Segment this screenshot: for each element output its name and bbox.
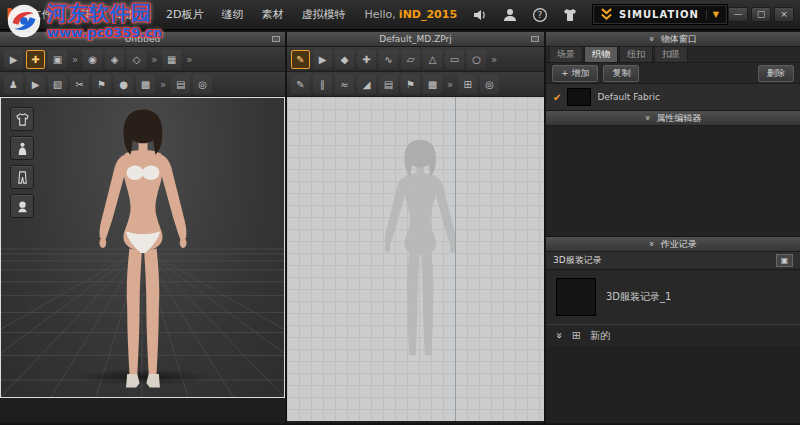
2d-pattern-canvas[interactable] [287, 97, 544, 421]
menu-sewing[interactable]: 缝纫 [212, 0, 252, 29]
show-garment-icon[interactable] [10, 107, 34, 131]
sound-icon[interactable] [471, 7, 488, 23]
maximize-button[interactable]: ▢ [751, 7, 771, 22]
edit-point-line-icon[interactable]: ◆ [335, 50, 354, 69]
internal-shape-icon[interactable]: ▱ [401, 50, 420, 69]
pattern-guideline [455, 97, 456, 421]
object-window-header[interactable]: » 物体窗口 [546, 32, 800, 47]
show-head-icon[interactable] [10, 194, 34, 218]
toolbar-overflow-icon-3[interactable]: » [184, 54, 194, 65]
record-panel-icon[interactable]: ▣ [776, 254, 793, 267]
toolbar-overflow-icon[interactable]: » [158, 79, 168, 90]
2d-panel: Default_MD.ZPrj ✎▶◆✚∿▱△▭○» ✎∥≈◢▤⚑▩»⊞◎ [287, 32, 544, 423]
undock-icon[interactable] [272, 36, 280, 42]
tack-icon[interactable]: ⚑ [401, 75, 420, 94]
menu-file[interactable]: 文件 [22, 0, 62, 29]
menu-edit[interactable]: 编辑 [62, 0, 102, 29]
job-record-footer: » ⊞ 新的 [546, 324, 800, 346]
copy-fabric-button[interactable]: 复制 [603, 65, 639, 82]
minimize-button[interactable]: — [728, 7, 748, 22]
arrangement-points-icon[interactable]: ◉ [83, 50, 102, 69]
menu-2d-pattern[interactable]: 2D板片 [157, 0, 212, 29]
edit-curvature-icon[interactable]: ∿ [379, 50, 398, 69]
snap-grid-icon[interactable]: ⊞ [458, 75, 477, 94]
circle-tool-icon[interactable]: ○ [467, 50, 486, 69]
menubar: M 文件编辑3D服装2D板片缝纫素材虚拟模特 Hello,iND_2015 ? … [0, 0, 800, 30]
tab-buttonhole[interactable]: 扣眼 [654, 46, 688, 62]
toolbar-overflow-icon[interactable]: » [70, 54, 80, 65]
checkerboard-icon[interactable]: ▩ [136, 75, 155, 94]
scissors-icon[interactable]: ✂ [70, 75, 89, 94]
show-2d-window-icon[interactable]: ▣ [48, 50, 67, 69]
show-avatar-icon[interactable] [10, 136, 34, 160]
user-account-icon[interactable] [501, 7, 518, 23]
3d-panel-titlebar: Untitled [0, 32, 285, 47]
add-fabric-button[interactable]: + 增加 [552, 65, 598, 82]
expand-records-icon[interactable]: » [553, 332, 566, 339]
fabric-list-item[interactable]: ✔ Default Fabric [546, 84, 800, 111]
grading-icon[interactable]: ▩ [423, 75, 442, 94]
2d-panel-filler [287, 421, 544, 423]
viewport-display-toggles [10, 107, 34, 218]
property-editor-body [546, 126, 800, 237]
help-icon[interactable]: ? [531, 7, 548, 23]
menu-avatar[interactable]: 虚拟模特 [292, 0, 354, 29]
camera-view-icon[interactable]: ◎ [193, 75, 212, 94]
iron-tool-icon[interactable]: ▤ [379, 75, 398, 94]
toolbar-overflow-icon[interactable]: » [445, 79, 455, 90]
free-sewing-icon[interactable]: ≈ [335, 75, 354, 94]
add-record-icon[interactable]: ⊞ [572, 329, 581, 342]
greeting-text: Hello,iND_2015 [364, 8, 457, 21]
edit-pattern-icon[interactable]: ▶ [313, 50, 332, 69]
property-editor-header[interactable]: » 属性编辑器 [546, 111, 800, 126]
3d-viewport[interactable] [0, 97, 285, 398]
3d-toolbar-row1: ▶✚▣»◉◈◇»▦» [0, 47, 285, 72]
segment-sewing-icon[interactable]: ∥ [313, 75, 332, 94]
fold-press-icon[interactable]: ◢ [357, 75, 376, 94]
store-shirt-icon[interactable] [561, 7, 578, 23]
gizmo-move-icon[interactable]: ✚ [26, 50, 45, 69]
new-record-label: 新的 [590, 329, 610, 343]
garment-record-item[interactable]: 3D服装记录_1 [546, 270, 800, 324]
tab-scene[interactable]: 场景 [549, 46, 583, 62]
menu-material[interactable]: 素材 [252, 0, 292, 29]
add-point-icon[interactable]: ✚ [357, 50, 376, 69]
toolbar-overflow-icon[interactable]: » [489, 54, 499, 65]
toolbar-overflow-icon-2[interactable]: » [149, 54, 159, 65]
transform-pattern-icon[interactable]: ✎ [291, 50, 310, 69]
edit-sewing-icon[interactable]: ✎ [291, 75, 310, 94]
simulation-button[interactable]: SIMULATION ▼ [592, 4, 728, 25]
texture-sphere-icon[interactable]: ● [114, 75, 133, 94]
pin-icon[interactable]: ◈ [105, 50, 124, 69]
fold-arrangement-icon[interactable]: ◇ [127, 50, 146, 69]
username: iND_2015 [399, 8, 457, 21]
main-area: Untitled ▶✚▣»◉◈◇»▦» ♟▶▧✂⚑●▩»▤◎ [0, 30, 800, 423]
select-mesh-icon[interactable]: ▶ [26, 75, 45, 94]
pin-flag-icon[interactable]: ⚑ [92, 75, 111, 94]
garment-record-label: 3D服装记录 [553, 254, 602, 267]
menu-3d-garment[interactable]: 3D服装 [102, 0, 157, 29]
check-icon: ✔ [553, 92, 561, 103]
tab-fabric[interactable]: 织物 [584, 46, 618, 62]
display-mode-icon[interactable]: ▤ [171, 75, 190, 94]
close-button[interactable]: × [774, 7, 794, 22]
undock-icon[interactable] [531, 36, 539, 42]
avatar-silhouette [365, 137, 475, 369]
tab-button[interactable]: 纽扣 [619, 46, 653, 62]
delete-fabric-button[interactable]: 删除 [758, 65, 794, 82]
fabric-name: Default Fabric [597, 92, 659, 102]
garment-record-bar: 3D服装记录 ▣ [546, 252, 800, 270]
collapse-icon: » [642, 115, 652, 121]
measure-tape-icon[interactable]: ▧ [48, 75, 67, 94]
svg-text:?: ? [537, 10, 542, 20]
avatar-pose-icon[interactable]: ♟ [4, 75, 23, 94]
gizmo-select-icon[interactable]: ▶ [4, 50, 23, 69]
simulation-dropdown-icon[interactable]: ▼ [706, 10, 720, 19]
job-record-header[interactable]: » 作业记录 [546, 237, 800, 252]
measure-icon[interactable]: ◎ [480, 75, 499, 94]
sync-window-icon[interactable]: ▦ [162, 50, 181, 69]
record-name: 3D服装记录_1 [606, 290, 671, 304]
show-accessories-icon[interactable] [10, 165, 34, 189]
polygon-tool-icon[interactable]: △ [423, 50, 442, 69]
rectangle-tool-icon[interactable]: ▭ [445, 50, 464, 69]
